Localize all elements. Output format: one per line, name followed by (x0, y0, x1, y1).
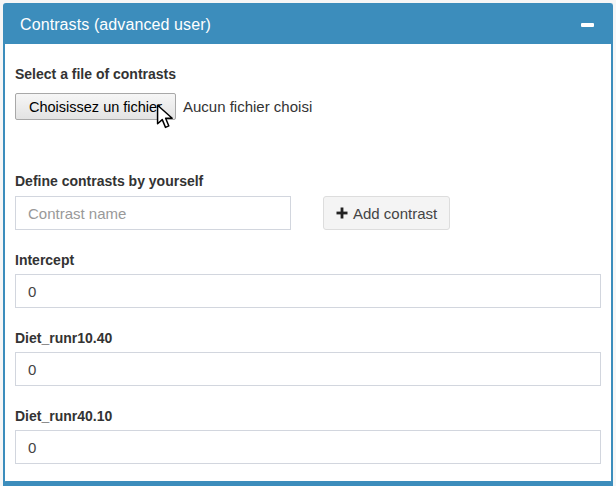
contrast-field-label: Diet_runr40.10 (15, 408, 601, 424)
file-upload-label: Select a file of contrasts (15, 66, 601, 82)
collapse-button[interactable] (579, 19, 596, 31)
contrast-field-diet-runr10-40: Diet_runr10.40 (15, 330, 601, 386)
contrast-name-input[interactable] (15, 196, 291, 230)
contrasts-panel: Contrasts (advanced user) Select a file … (3, 3, 613, 486)
define-contrasts-label: Define contrasts by yourself (15, 173, 601, 189)
file-status-text: Aucun fichier choisi (183, 98, 312, 115)
contrast-value-input[interactable] (15, 274, 601, 308)
contrast-field-label: Intercept (15, 252, 601, 268)
file-input: Choisissez un fichier Aucun fichier choi… (15, 93, 601, 120)
app-viewport: Contrasts (advanced user) Select a file … (0, 0, 616, 486)
contrast-field-intercept: Intercept (15, 252, 601, 308)
panel-title: Contrasts (advanced user) (20, 16, 211, 34)
minus-icon (581, 23, 594, 27)
contrast-field-diet-runr40-10: Diet_runr40.10 (15, 408, 601, 464)
contrast-value-input[interactable] (15, 430, 601, 464)
plus-icon (336, 207, 348, 219)
panel-header: Contrasts (advanced user) (5, 5, 611, 44)
define-contrasts-group: Define contrasts by yourself Add contras… (15, 173, 601, 230)
add-contrast-label: Add contrast (353, 205, 437, 222)
choose-file-button[interactable]: Choisissez un fichier (15, 93, 176, 120)
add-contrast-button[interactable]: Add contrast (323, 196, 450, 230)
next-panel-header-edge (3, 481, 613, 486)
file-upload-group: Select a file of contrasts Choisissez un… (15, 66, 601, 120)
contrast-value-input[interactable] (15, 352, 601, 386)
contrast-field-label: Diet_runr10.40 (15, 330, 601, 346)
panel-body: Select a file of contrasts Choisissez un… (5, 44, 611, 486)
define-contrasts-row: Add contrast (15, 196, 601, 230)
